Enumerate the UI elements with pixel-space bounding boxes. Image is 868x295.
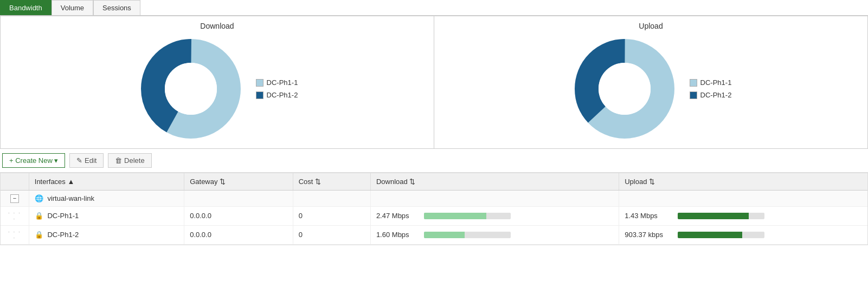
child-cost-cell: 0	[293, 225, 370, 244]
svg-point-2	[165, 63, 217, 115]
upload-bar-container: 1.43 Mbps	[625, 212, 862, 220]
download-legend: DC-Ph1-1 DC-Ph1-2	[256, 78, 298, 99]
group-cost-cell	[293, 191, 370, 207]
collapse-cell: −	[1, 191, 29, 207]
collapse-button[interactable]: −	[10, 194, 19, 203]
upload-chart-panel: Upload DC-Ph1-1 DC-Ph1-2	[434, 16, 867, 148]
download-legend-color-1	[256, 79, 263, 87]
download-bar-container: 1.60 Mbps	[376, 231, 613, 239]
download-bar-fill	[424, 213, 486, 219]
download-bar-track	[424, 213, 511, 219]
download-chart-title: Download	[200, 22, 234, 30]
upload-chart-title: Upload	[639, 22, 663, 30]
th-blank	[1, 173, 29, 191]
group-gateway-cell	[184, 191, 293, 207]
th-upload[interactable]: Upload ⇅	[619, 173, 867, 191]
upload-bar-fill	[678, 232, 742, 238]
upload-chart-inner: DC-Ph1-1 DC-Ph1-2	[570, 35, 732, 143]
child-gateway-cell: 0.0.0.0	[184, 225, 293, 244]
tab-bandwidth[interactable]: Bandwidth	[0, 0, 52, 15]
upload-legend: DC-Ph1-1 DC-Ph1-2	[690, 78, 732, 99]
download-legend-color-2	[256, 91, 263, 99]
th-interfaces[interactable]: Interfaces ▲	[29, 173, 184, 191]
download-chart-panel: Download DC-Ph1-1 DC-Ph1-2	[1, 16, 434, 148]
toolbar: + Create New ▾ ✎ Edit 🗑 Delete	[0, 149, 868, 173]
child-upload-cell: 1.43 Mbps	[619, 206, 867, 225]
child-interface-name: DC-Ph1-1	[47, 212, 79, 220]
download-donut-svg	[137, 35, 245, 143]
group-interface-cell: 🌐 virtual-wan-link	[29, 191, 184, 207]
lock-icon: 🔒	[35, 231, 43, 239]
group-upload-cell	[619, 191, 867, 207]
main-table: Interfaces ▲ Gateway ⇅ Cost ⇅ Download ⇅…	[1, 173, 867, 245]
upload-legend-item-2: DC-Ph1-2	[690, 91, 732, 99]
upload-bar-container: 903.37 kbps	[625, 231, 862, 239]
download-value: 2.47 Mbps	[376, 212, 420, 220]
table-row: · · · · 🔒 DC-Ph1-1 0.0.0.0 0 2.47 Mbps 1…	[1, 206, 867, 225]
child-gateway-cell: 0.0.0.0	[184, 206, 293, 225]
tab-bar: Bandwidth Volume Sessions	[0, 0, 868, 16]
lock-icon: 🔒	[35, 212, 43, 220]
child-interface-cell: 🔒 DC-Ph1-1	[29, 206, 184, 225]
upload-legend-label-1: DC-Ph1-1	[700, 78, 732, 87]
download-legend-label-1: DC-Ph1-1	[267, 78, 298, 87]
delete-button[interactable]: 🗑 Delete	[108, 153, 151, 168]
table-row-group: − 🌐 virtual-wan-link	[1, 191, 867, 207]
download-bar-container: 2.47 Mbps	[376, 212, 613, 220]
download-bar-track	[424, 232, 511, 238]
edit-button[interactable]: ✎ Edit	[69, 153, 104, 168]
download-value: 1.60 Mbps	[376, 231, 420, 239]
child-download-cell: 1.60 Mbps	[370, 225, 619, 244]
upload-value: 1.43 Mbps	[625, 212, 673, 220]
download-chart-inner: DC-Ph1-1 DC-Ph1-2	[137, 35, 298, 143]
group-download-cell	[370, 191, 619, 207]
tab-sessions[interactable]: Sessions	[93, 0, 140, 15]
group-interface-name: virtual-wan-link	[47, 194, 94, 202]
upload-legend-color-1	[690, 79, 697, 87]
th-gateway[interactable]: Gateway ⇅	[184, 173, 293, 191]
download-legend-item-1: DC-Ph1-1	[256, 78, 298, 87]
table-wrapper: Interfaces ▲ Gateway ⇅ Cost ⇅ Download ⇅…	[0, 173, 868, 245]
upload-bar-track	[678, 213, 764, 219]
download-bar-fill	[424, 232, 465, 238]
globe-icon: 🌐	[35, 194, 43, 202]
child-upload-cell: 903.37 kbps	[619, 225, 867, 244]
child-download-cell: 2.47 Mbps	[370, 206, 619, 225]
svg-point-5	[599, 63, 651, 115]
table-header-row: Interfaces ▲ Gateway ⇅ Cost ⇅ Download ⇅…	[1, 173, 867, 191]
upload-donut-svg	[570, 35, 679, 143]
upload-legend-color-2	[690, 91, 697, 99]
child-interface-name: DC-Ph1-2	[47, 231, 79, 239]
upload-bar-track	[678, 232, 764, 238]
upload-legend-item-1: DC-Ph1-1	[690, 78, 732, 87]
th-cost[interactable]: Cost ⇅	[293, 173, 370, 191]
child-cost-cell: 0	[293, 206, 370, 225]
download-legend-label-2: DC-Ph1-2	[267, 91, 298, 99]
upload-value: 903.37 kbps	[625, 231, 673, 239]
upload-legend-label-2: DC-Ph1-2	[700, 91, 732, 99]
create-new-button[interactable]: + Create New ▾	[2, 153, 65, 168]
upload-bar-fill	[678, 213, 749, 219]
table-row: · · · · 🔒 DC-Ph1-2 0.0.0.0 0 1.60 Mbps 9…	[1, 225, 867, 244]
child-interface-cell: 🔒 DC-Ph1-2	[29, 225, 184, 244]
indent-cell: · · · ·	[1, 206, 29, 225]
tab-volume[interactable]: Volume	[52, 0, 93, 15]
charts-container: Download DC-Ph1-1 DC-Ph1-2	[0, 16, 868, 149]
indent-cell: · · · ·	[1, 225, 29, 244]
th-download[interactable]: Download ⇅	[370, 173, 619, 191]
download-legend-item-2: DC-Ph1-2	[256, 91, 298, 99]
